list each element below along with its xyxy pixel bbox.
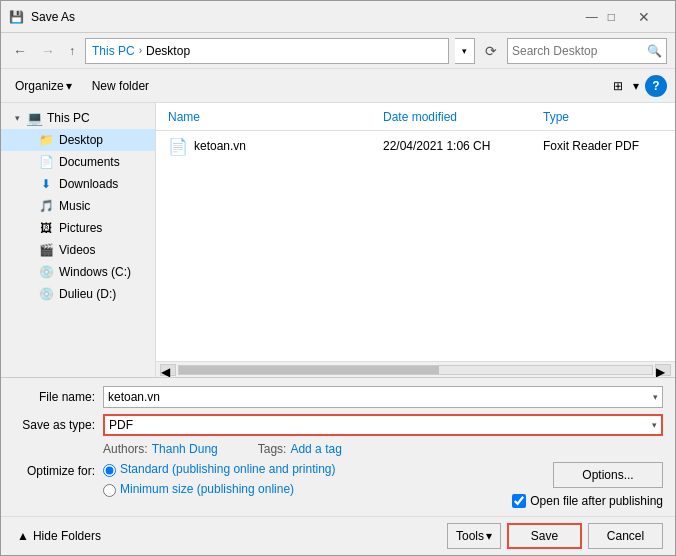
sidebar-label-videos: Videos xyxy=(59,243,95,257)
horizontal-scrollbar[interactable] xyxy=(178,365,653,375)
tools-button[interactable]: Tools ▾ xyxy=(447,523,501,549)
organize-button[interactable]: Organize ▾ xyxy=(9,77,78,95)
file-type: Foxit Reader PDF xyxy=(543,139,663,153)
bottom-form: File name: ketoan.vn ▾ Save as type: PDF… xyxy=(1,377,675,516)
sidebar-item-windowsc[interactable]: 💿 Windows (C:) xyxy=(1,261,155,283)
sidebar-label-downloads: Downloads xyxy=(59,177,118,191)
documents-icon: 📄 xyxy=(37,153,55,171)
radio-standard-label[interactable]: Standard (publishing online and printing… xyxy=(120,462,335,478)
sidebar-label-dulieud: Dulieu (D:) xyxy=(59,287,116,301)
maximize-button[interactable]: □ xyxy=(604,8,619,26)
music-icon: 🎵 xyxy=(37,197,55,215)
tags-label: Tags: xyxy=(258,442,287,456)
filename-input[interactable]: ketoan.vn ▾ xyxy=(103,386,663,408)
navigation-toolbar: ← → ↑ This PC › Desktop ▾ ⟳ 🔍 xyxy=(1,33,675,69)
column-type[interactable]: Type xyxy=(543,110,663,124)
title-bar: 💾 Save As — □ ✕ xyxy=(1,1,675,33)
view-dropdown-button[interactable]: ▾ xyxy=(629,77,643,95)
hide-folders-label: Hide Folders xyxy=(33,529,101,543)
open-file-checkbox[interactable] xyxy=(512,494,526,508)
optimize-area: Optimize for: Standard (publishing onlin… xyxy=(13,462,504,497)
view-mode-button[interactable]: ⊞ xyxy=(609,77,627,95)
footer-row: ▲ Hide Folders Tools ▾ Save Cancel xyxy=(1,516,675,555)
file-list-header: Name Date modified Type xyxy=(156,103,675,131)
sidebar-item-pictures[interactable]: 🖼 Pictures xyxy=(1,217,155,239)
savetype-dropdown-arrow: ▾ xyxy=(652,420,657,430)
windowsc-icon: 💿 xyxy=(37,263,55,281)
savetype-row: Save as type: PDF ▾ xyxy=(13,414,663,436)
authors-label: Authors: xyxy=(103,442,148,456)
cancel-button[interactable]: Cancel xyxy=(588,523,663,549)
sidebar: ▾ 💻 This PC 📁 Desktop 📄 Documents ⬇ Down… xyxy=(1,103,156,377)
search-input[interactable] xyxy=(512,44,647,58)
tools-label: Tools xyxy=(456,529,484,543)
help-button[interactable]: ? xyxy=(645,75,667,97)
radio-standard[interactable] xyxy=(103,464,116,477)
up-button[interactable]: ↑ xyxy=(65,42,79,60)
sidebar-label-pictures: Pictures xyxy=(59,221,102,235)
authors-tags-row: Authors: Thanh Dung Tags: Add a tag xyxy=(13,442,663,456)
new-folder-button[interactable]: New folder xyxy=(86,77,155,95)
save-button[interactable]: Save xyxy=(507,523,582,549)
expand-icon: ▾ xyxy=(9,113,25,123)
close-button[interactable]: ✕ xyxy=(621,4,667,30)
sidebar-label-desktop: Desktop xyxy=(59,133,103,147)
pictures-icon: 🖼 xyxy=(37,219,55,237)
sidebar-item-videos[interactable]: 🎬 Videos xyxy=(1,239,155,261)
horizontal-scrollbar-area: ◀ ▶ xyxy=(156,361,675,377)
breadcrumb-item-thispc[interactable]: This PC xyxy=(92,44,135,58)
hide-folders-button[interactable]: ▲ Hide Folders xyxy=(13,527,105,545)
view-controls: ⊞ ▾ ? xyxy=(609,75,667,97)
savetype-input[interactable]: PDF ▾ xyxy=(103,414,663,436)
organize-label: Organize xyxy=(15,79,64,93)
hide-folders-arrow-icon: ▲ xyxy=(17,529,29,543)
sidebar-item-desktop[interactable]: 📁 Desktop xyxy=(1,129,155,151)
radio-standard-row: Standard (publishing online and printing… xyxy=(103,462,335,478)
savetype-value: PDF xyxy=(109,418,133,432)
main-area: ▾ 💻 This PC 📁 Desktop 📄 Documents ⬇ Down… xyxy=(1,103,675,377)
file-list: 📄 ketoan.vn 22/04/2021 1:06 CH Foxit Rea… xyxy=(156,131,675,361)
forward-button[interactable]: → xyxy=(37,41,59,61)
scrollbar-thumb xyxy=(179,366,439,374)
filename-value: ketoan.vn xyxy=(108,390,160,404)
save-as-dialog: 💾 Save As — □ ✕ ← → ↑ This PC › Desktop … xyxy=(0,0,676,556)
scroll-left-btn[interactable]: ◀ xyxy=(160,364,176,376)
sidebar-label-music: Music xyxy=(59,199,90,213)
downloads-icon: ⬇ xyxy=(37,175,55,193)
dialog-title: Save As xyxy=(31,10,582,24)
minimize-button[interactable]: — xyxy=(582,8,602,26)
sidebar-item-thispc[interactable]: ▾ 💻 This PC xyxy=(1,107,155,129)
table-row[interactable]: 📄 ketoan.vn 22/04/2021 1:06 CH Foxit Rea… xyxy=(156,133,675,159)
tools-arrow-icon: ▾ xyxy=(486,529,492,543)
address-dropdown[interactable]: ▾ xyxy=(455,38,475,64)
desktop-folder-icon: 📁 xyxy=(37,131,55,149)
search-icon: 🔍 xyxy=(647,44,662,58)
column-name[interactable]: Name xyxy=(168,110,383,124)
dulieud-icon: 💿 xyxy=(37,285,55,303)
filename-row: File name: ketoan.vn ▾ xyxy=(13,386,663,408)
column-date[interactable]: Date modified xyxy=(383,110,543,124)
filename-label: File name: xyxy=(13,390,103,404)
organize-arrow-icon: ▾ xyxy=(66,79,72,93)
radio-minimum[interactable] xyxy=(103,484,116,497)
back-button[interactable]: ← xyxy=(9,41,31,61)
middle-section: Optimize for: Standard (publishing onlin… xyxy=(13,462,663,512)
breadcrumb-item-desktop[interactable]: Desktop xyxy=(146,44,190,58)
thispc-icon: 💻 xyxy=(25,109,43,127)
radio-minimum-label[interactable]: Minimum size (publishing online) xyxy=(120,482,294,498)
address-bar[interactable]: This PC › Desktop xyxy=(85,38,449,64)
radio-minimum-row: Minimum size (publishing online) xyxy=(103,482,335,498)
sidebar-item-music[interactable]: 🎵 Music xyxy=(1,195,155,217)
tags-value[interactable]: Add a tag xyxy=(290,442,341,456)
sidebar-label-documents: Documents xyxy=(59,155,120,169)
refresh-button[interactable]: ⟳ xyxy=(481,41,501,61)
savetype-label: Save as type: xyxy=(13,418,103,432)
options-button[interactable]: Options... xyxy=(553,462,663,488)
sidebar-item-downloads[interactable]: ⬇ Downloads xyxy=(1,173,155,195)
sidebar-item-dulieud[interactable]: 💿 Dulieu (D:) xyxy=(1,283,155,305)
authors-value[interactable]: Thanh Dung xyxy=(152,442,218,456)
scroll-right-btn[interactable]: ▶ xyxy=(655,364,671,376)
dialog-icon: 💾 xyxy=(9,9,25,25)
sidebar-item-documents[interactable]: 📄 Documents xyxy=(1,151,155,173)
sidebar-label-thispc: This PC xyxy=(47,111,90,125)
